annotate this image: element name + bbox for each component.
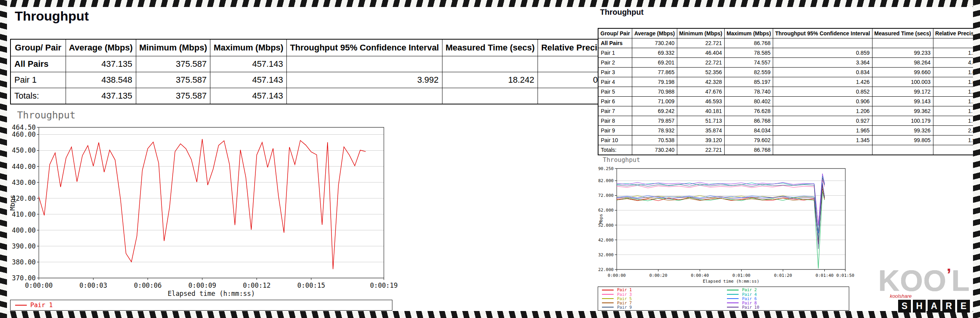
row-label: Pair 3 <box>598 68 632 77</box>
x-tick-label: 0:01:00 <box>732 273 750 278</box>
value-cell: 46.593 <box>677 97 724 106</box>
table-row: Pair 769.24240.18176.6281.20699.3621.741 <box>598 106 980 116</box>
legend-entry: Pair 1 <box>15 302 53 308</box>
y-tick-label: 42.000 <box>598 238 614 243</box>
throughput-report-page: Throughput Group/ PairAverage (Mbps)Mini… <box>0 0 980 318</box>
share-letter-box: H <box>913 300 926 313</box>
value-cell: 438.548 <box>66 72 136 88</box>
y-tick-label: 72.000 <box>598 193 614 198</box>
value-cell: 78.740 <box>724 87 773 97</box>
row-label: Pair 6 <box>598 97 632 106</box>
table-row: Totals:437.135375.587457.143 <box>10 88 618 104</box>
value-cell: 69.201 <box>632 58 677 68</box>
y-tick-label: 22.000 <box>598 267 614 272</box>
column-header: Measured Time (secs) <box>442 39 538 56</box>
table-row: Pair 1438.548375.587457.1433.99218.2420.… <box>10 72 618 88</box>
row-label: Pair 1 <box>10 72 66 88</box>
y-tick-label: 62.000 <box>598 208 614 213</box>
value-cell: 35.874 <box>677 126 724 136</box>
legend-label: Pair 4 <box>742 292 757 297</box>
x-axis-label: Elapsed time (h:mm:ss) <box>168 290 255 297</box>
value-cell: 437.135 <box>66 56 136 72</box>
legend-entry: Pair 10 <box>727 305 852 309</box>
value-cell: 22.721 <box>677 38 724 48</box>
legend-line-sample <box>727 302 739 303</box>
value-cell: 76.628 <box>724 106 773 116</box>
y-tick-label: 82.000 <box>598 178 614 183</box>
value-cell <box>872 145 933 155</box>
row-label: Pair 9 <box>598 126 632 136</box>
legend-entry: Pair 2 <box>727 288 852 292</box>
value-cell: 18.242 <box>442 72 538 88</box>
page-title-right: Throughput <box>600 8 644 17</box>
legend-entry: Pair 6 <box>727 297 852 301</box>
y-tick-label: 390.00 <box>12 242 36 250</box>
value-cell: 86.768 <box>724 145 773 155</box>
x-tick-label: 0:00:15 <box>297 282 325 289</box>
legend-entry: Pair 8 <box>727 301 852 305</box>
legend-label: Pair 6 <box>742 297 757 301</box>
row-label: Pair 5 <box>598 87 632 97</box>
value-cell: 42.328 <box>677 77 724 87</box>
value-cell: 46.404 <box>677 48 724 58</box>
value-cell: 100.003 <box>872 77 933 87</box>
legend-label: Pair 5 <box>617 297 632 301</box>
legend-label: Pair 9 <box>617 305 632 309</box>
y-tick-label: 440.00 <box>12 163 36 170</box>
legend-entry: Pair 4 <box>727 292 852 297</box>
value-cell: 47.676 <box>677 87 724 97</box>
row-label: Pair 1 <box>598 48 632 58</box>
column-header: Maximum (Mbps) <box>724 28 773 38</box>
legend-line-sample <box>602 307 614 308</box>
report-table: Group/ PairAverage (Mbps)Minimum (Mbps)M… <box>10 39 619 104</box>
value-cell <box>773 38 872 48</box>
value-cell: 99.660 <box>872 68 933 77</box>
legend-label: Pair 3 <box>617 292 632 297</box>
left-throughput-chart: 370.00380.00390.00400.00410.00420.00430.… <box>10 123 402 301</box>
y-tick-label: 450.00 <box>12 146 36 154</box>
right-throughput-chart: 22.00032.00042.00052.00062.00072.00082.0… <box>598 165 859 287</box>
koolshare-watermark: KOO’L koolshare SHARE <box>850 267 970 313</box>
value-cell: 82.559 <box>724 68 773 77</box>
y-tick-label: 90.250 <box>598 166 614 171</box>
legend-line-sample <box>602 302 614 303</box>
page-title-left: Throughput <box>15 9 89 24</box>
value-cell: 457.143 <box>210 88 287 104</box>
legend-entry: Pair 7 <box>602 301 727 305</box>
y-tick-label: 400.00 <box>12 226 36 234</box>
chart-canvas: 370.00380.00390.00400.00410.00420.00430.… <box>10 123 402 301</box>
watermark-share-row: SHARE <box>850 300 970 313</box>
legend-label: Pair 1 <box>617 288 632 292</box>
value-cell: 99.362 <box>872 106 933 116</box>
value-cell: 51.713 <box>677 116 724 126</box>
row-label: Pair 8 <box>598 116 632 126</box>
table-row: Pair 169.33246.40478.5850.85999.2331.239 <box>598 48 980 58</box>
column-header: Minimum (Mbps) <box>136 39 210 56</box>
value-cell: 375.587 <box>136 72 210 88</box>
value-cell: 79.602 <box>724 136 773 145</box>
frame-stripe-right <box>973 0 980 318</box>
x-tick-label: 0:00:03 <box>80 282 108 289</box>
table-row: All Pairs730.24022.72186.768 <box>598 38 980 48</box>
row-label: All Pairs <box>10 56 66 72</box>
value-cell <box>773 145 872 155</box>
frame-stripe-top <box>0 0 980 7</box>
column-header: Average (Mbps) <box>66 39 136 56</box>
column-header: Measured Time (secs) <box>872 28 933 38</box>
value-cell: 730.240 <box>632 38 677 48</box>
value-cell: 98.264 <box>872 58 933 68</box>
x-tick-label: 0:00:00 <box>25 282 53 289</box>
column-header: Throughput 95% Confidence Interval <box>773 28 872 38</box>
y-axis-label: Mbps <box>10 195 16 211</box>
value-cell: 86.768 <box>724 38 773 48</box>
table-row: Pair 269.20122.72174.5573.36498.2644.862 <box>598 58 980 68</box>
value-cell: 70.988 <box>632 87 677 97</box>
column-header: Group/ Pair <box>10 39 66 56</box>
value-cell <box>442 88 538 104</box>
legend-entry: Pair 9 <box>602 305 727 309</box>
value-cell: 375.587 <box>136 56 210 72</box>
value-cell: 1.426 <box>773 77 872 87</box>
table-row: Pair 671.00946.59380.4020.90699.1431.276 <box>598 97 980 106</box>
watermark-wordmark: KOO’L <box>850 267 970 294</box>
legend-label: Pair 1 <box>30 302 53 308</box>
